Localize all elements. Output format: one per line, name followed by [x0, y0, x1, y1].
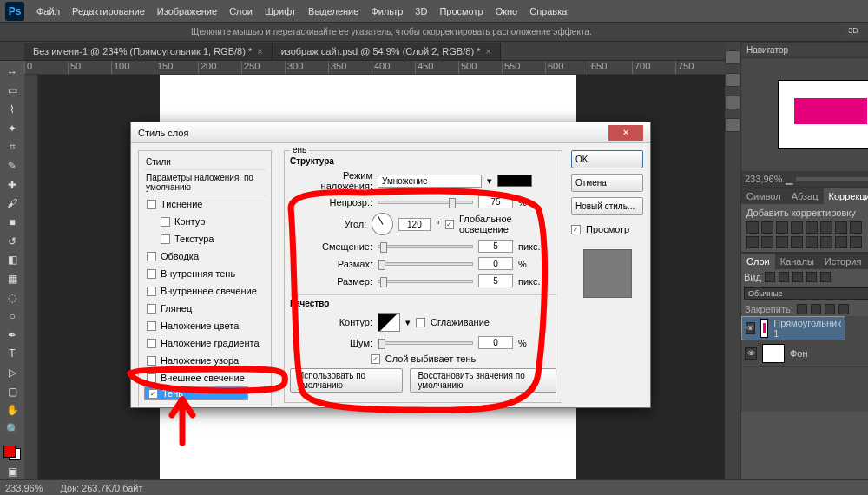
lock-icon[interactable] [838, 304, 849, 314]
adj-icon[interactable] [850, 236, 862, 248]
blend-mode-select[interactable]: Умножение [378, 175, 482, 188]
filter-icon[interactable] [820, 272, 831, 282]
angle-dial[interactable] [372, 213, 392, 235]
adj-icon[interactable] [820, 236, 832, 248]
distance-input[interactable]: 5 [478, 240, 513, 253]
filter-icon[interactable] [779, 272, 789, 282]
style-checkbox[interactable] [147, 252, 156, 261]
adj-icon[interactable] [835, 221, 847, 234]
layer-row[interactable]: 👁 Прямоугольник 1 [741, 316, 845, 340]
style-item-Наложение узора[interactable]: Наложение узора [144, 352, 266, 369]
navigator-thumb[interactable] [778, 80, 868, 149]
tab-doc2[interactable]: изображ сайт.psd @ 54,9% (Слой 2, RGB/8)… [273, 43, 501, 60]
style-checkbox[interactable] [147, 200, 156, 209]
menu-3d[interactable]: 3D [415, 6, 427, 16]
adj-icon[interactable] [746, 236, 759, 248]
knockout-checkbox[interactable]: ✓ [371, 354, 380, 364]
move-tool[interactable]: ↔ [3, 64, 22, 80]
adj-icon[interactable] [776, 236, 788, 248]
eyedropper-tool[interactable]: ✎ [3, 158, 22, 174]
style-checkbox[interactable] [147, 287, 156, 296]
preview-checkbox[interactable]: ✓ [571, 225, 581, 234]
filter-icon[interactable] [792, 272, 803, 282]
style-checkbox[interactable] [147, 373, 156, 383]
adj-icon[interactable] [761, 221, 773, 234]
zoom-out-icon[interactable]: ▁ [786, 174, 792, 185]
tab-history[interactable]: История [819, 254, 867, 269]
global-light-checkbox[interactable]: ✓ [445, 220, 454, 229]
dropdown-icon[interactable]: ▾ [405, 317, 411, 328]
dialog-titlebar[interactable]: Стиль слоя ✕ [131, 122, 650, 143]
style-item-Текстура[interactable]: Текстура [144, 230, 266, 248]
noise-input[interactable]: 0 [478, 336, 513, 349]
noise-slider[interactable] [378, 341, 473, 345]
menu-layer[interactable]: Слои [229, 6, 253, 16]
layer-name[interactable]: Фон [790, 348, 808, 359]
gradient-tool[interactable]: ▦ [3, 271, 22, 287]
ok-button[interactable]: OK [571, 150, 643, 168]
adj-icon[interactable] [850, 221, 862, 234]
make-default-button[interactable]: Использовать по умолчанию [290, 368, 403, 393]
cancel-button[interactable]: Отмена [571, 174, 643, 192]
spread-input[interactable]: 0 [478, 257, 513, 270]
opacity-slider[interactable] [378, 201, 473, 204]
workspace-badge[interactable]: 3D [844, 23, 863, 38]
layer-thumb[interactable] [760, 319, 768, 338]
menu-edit[interactable]: Редактирование [72, 6, 145, 16]
wand-tool[interactable]: ✦ [3, 121, 22, 136]
adj-icon[interactable] [835, 236, 847, 248]
zoom-tool[interactable]: 🔍 [3, 421, 22, 437]
history-brush-tool[interactable]: ↺ [3, 234, 22, 249]
menu-view[interactable]: Просмотр [439, 6, 483, 16]
color-swatches[interactable] [3, 446, 21, 461]
tab-paragraph[interactable]: Абзац [786, 188, 824, 204]
visibility-icon[interactable]: 👁 [746, 322, 755, 334]
lasso-tool[interactable]: ⌇ [3, 102, 22, 117]
heal-tool[interactable]: ✚ [3, 177, 22, 193]
filter-icon[interactable] [806, 272, 817, 282]
status-zoom[interactable]: 233,96% [5, 483, 43, 493]
style-checkbox[interactable] [147, 321, 156, 331]
hand-tool[interactable]: ✋ [3, 403, 22, 419]
tab-channels[interactable]: Каналы [775, 254, 819, 269]
close-icon[interactable]: × [257, 46, 262, 56]
crop-tool[interactable]: ⌗ [3, 140, 22, 155]
layer-name[interactable]: Прямоугольник 1 [773, 318, 841, 339]
style-item-Глянец[interactable]: Глянец [144, 300, 266, 317]
tab-doc1[interactable]: Без имени-1 @ 234% (Прямоугольник 1, RGB… [24, 43, 273, 60]
marquee-tool[interactable]: ▭ [3, 83, 22, 99]
contour-picker[interactable] [378, 313, 400, 332]
adj-icon[interactable] [806, 221, 818, 234]
style-checkbox[interactable] [147, 356, 156, 366]
style-item-Тень[interactable]: ✓Тень [144, 386, 248, 400]
tab-adjustments[interactable]: Коррекция [824, 188, 868, 204]
style-checkbox[interactable]: ✓ [148, 389, 158, 399]
filter-icon[interactable] [765, 272, 775, 282]
style-item-Внутренняя тень[interactable]: Внутренняя тень [144, 265, 266, 282]
adj-icon[interactable] [746, 221, 759, 234]
eraser-tool[interactable]: ◧ [3, 252, 22, 267]
panel-icon[interactable] [725, 50, 740, 64]
adj-icon[interactable] [791, 236, 803, 248]
close-button[interactable]: ✕ [608, 125, 643, 141]
styles-header[interactable]: Стили [144, 155, 266, 170]
menu-type[interactable]: Шрифт [265, 6, 296, 16]
type-tool[interactable]: T [3, 346, 22, 362]
new-style-button[interactable]: Новый стиль... [571, 197, 643, 215]
shape-tool[interactable]: ▢ [3, 384, 22, 399]
status-doc[interactable]: Док: 263,7K/0 байт [60, 483, 142, 493]
spread-slider[interactable] [378, 262, 473, 266]
blend-mode-select[interactable]: Обычные [744, 287, 868, 300]
menu-image[interactable]: Изображение [157, 6, 217, 16]
style-checkbox[interactable] [147, 339, 156, 348]
style-checkbox[interactable] [147, 304, 156, 314]
style-checkbox[interactable] [161, 234, 170, 244]
stamp-tool[interactable]: ■ [3, 214, 22, 230]
layer-thumb[interactable] [762, 344, 785, 363]
dodge-tool[interactable]: ○ [3, 308, 22, 324]
antialiased-checkbox[interactable] [416, 318, 425, 327]
size-input[interactable]: 5 [478, 274, 513, 287]
panel-icon[interactable] [725, 96, 740, 109]
adj-icon[interactable] [791, 221, 803, 234]
pen-tool[interactable]: ✒ [3, 327, 22, 343]
